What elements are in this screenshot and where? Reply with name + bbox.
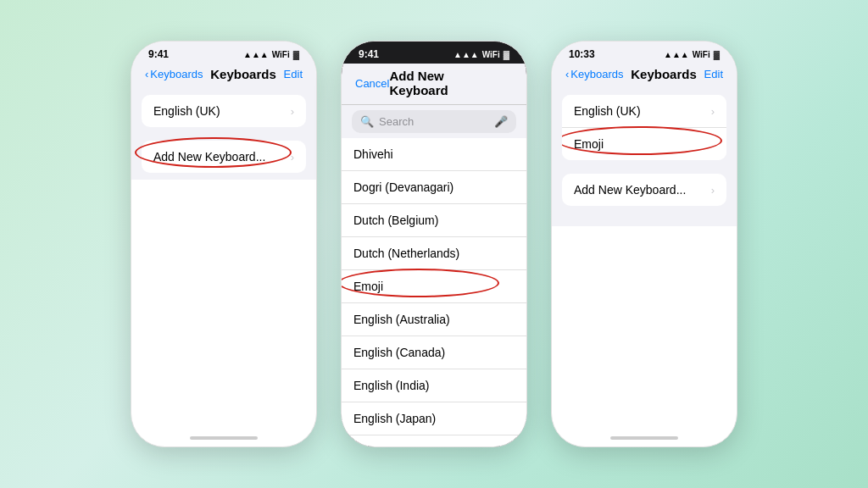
phone2-keyboard-list: Dhivehi Dogri (Devanagari) Dutch (Belgiu… xyxy=(342,138,526,447)
phone3-content: English (UK) › Emoji Add New Keyboard...… xyxy=(552,88,737,226)
chevron-icon: › xyxy=(291,105,294,118)
phone2-nav-bar: Cancel Add New Keyboard xyxy=(342,64,526,105)
signal-icon: ▲▲▲ xyxy=(453,50,479,59)
phone3-back-button[interactable]: ‹ Keyboards xyxy=(565,68,624,80)
phone1-add-section-box: Add New Keyboard... › xyxy=(142,141,306,173)
phone3-nav-title: Keyboards xyxy=(631,67,697,81)
phone2-time: 9:41 xyxy=(359,48,379,60)
search-icon: 🔍 xyxy=(360,115,374,128)
wifi-icon: WiFi xyxy=(272,50,290,59)
list-item[interactable]: Dhivehi xyxy=(342,138,526,171)
phone3-home-indicator xyxy=(610,436,678,440)
add-chevron-icon: › xyxy=(291,151,294,164)
phone2-nav-title: Add New Keyboard xyxy=(389,69,485,97)
phone3-status-bar: 10:33 ▲▲▲ WiFi ▓ xyxy=(552,42,737,64)
phone-1: 9:41 ▲▲▲ WiFi ▓ ‹ Keyboards Keyboards Ed… xyxy=(131,41,317,447)
signal-icon: ▲▲▲ xyxy=(664,50,689,59)
signal-icon: ▲▲▲ xyxy=(243,50,269,59)
mic-icon: 🎤 xyxy=(494,115,508,128)
phone1-keyboard-list: English (UK) › xyxy=(142,95,306,127)
list-item[interactable]: Dutch (Belgium) xyxy=(342,204,526,237)
battery-icon: ▓ xyxy=(293,50,299,59)
list-item[interactable]: English (India) xyxy=(342,369,526,402)
phone3-english-uk-item[interactable]: English (UK) › xyxy=(562,95,726,128)
phone1-add-keyboard-button[interactable]: Add New Keyboard... › xyxy=(142,141,306,173)
phone3-status-icons: ▲▲▲ WiFi ▓ xyxy=(664,50,720,59)
phone-2: 9:41 ▲▲▲ WiFi ▓ Cancel Add New Keyboard … xyxy=(341,41,527,447)
phones-container: 9:41 ▲▲▲ WiFi ▓ ‹ Keyboards Keyboards Ed… xyxy=(131,41,737,447)
list-item[interactable]: English (Canada) xyxy=(342,336,526,369)
phone1-time: 9:41 xyxy=(148,48,169,60)
phone1-content: English (UK) › Add New Keyboard... › xyxy=(131,88,316,180)
list-item[interactable]: Dogri (Devanagari) xyxy=(342,171,526,204)
chevron-icon: › xyxy=(711,105,715,118)
phone2-status-icons: ▲▲▲ WiFi ▓ xyxy=(453,50,509,59)
phone1-english-uk-item[interactable]: English (UK) › xyxy=(142,95,306,127)
add-chevron-icon: › xyxy=(711,184,715,197)
list-item[interactable]: Dutch (Netherlands) xyxy=(342,237,526,270)
list-item[interactable]: English (Japan) xyxy=(342,402,526,435)
phone1-nav-bar: ‹ Keyboards Keyboards Edit xyxy=(131,64,316,88)
phone1-edit-button[interactable]: Edit xyxy=(284,68,303,80)
wifi-icon: WiFi xyxy=(693,50,710,59)
phone1-status-bar: 9:41 ▲▲▲ WiFi ▓ xyxy=(131,42,316,64)
phone2-emoji-item[interactable]: Emoji xyxy=(342,270,526,303)
phone1-status-icons: ▲▲▲ WiFi ▓ xyxy=(243,50,299,59)
phone1-back-button[interactable]: ‹ Keyboards xyxy=(145,68,203,80)
wifi-icon: WiFi xyxy=(482,50,500,59)
phone2-status-bar: 9:41 ▲▲▲ WiFi ▓ xyxy=(342,42,526,64)
phone-3: 10:33 ▲▲▲ WiFi ▓ ‹ Keyboards Keyboards E… xyxy=(551,41,737,447)
phone3-edit-button[interactable]: Edit xyxy=(704,68,723,80)
phone2-cancel-button[interactable]: Cancel xyxy=(355,77,389,90)
phone3-add-keyboard-section: Add New Keyboard... › xyxy=(562,174,726,206)
phone3-keyboard-list: English (UK) › Emoji xyxy=(562,95,726,160)
phone1-nav-title: Keyboards xyxy=(210,67,276,81)
phone2-home-indicator xyxy=(400,436,468,440)
phone3-emoji-item[interactable]: Emoji xyxy=(562,128,726,160)
battery-icon: ▓ xyxy=(714,50,720,59)
phone2-search-placeholder: Search xyxy=(379,115,489,128)
phone3-nav-bar: ‹ Keyboards Keyboards Edit xyxy=(552,64,737,88)
battery-icon: ▓ xyxy=(504,50,509,59)
phone2-content: 🔍 Search 🎤 Dhivehi Dogri (Devanagari) Du… xyxy=(342,105,526,447)
phone1-home-indicator xyxy=(190,436,258,440)
phone2-search-bar[interactable]: 🔍 Search 🎤 xyxy=(352,110,516,133)
phone1-add-keyboard-section: Add New Keyboard... › xyxy=(142,141,306,173)
phone3-time: 10:33 xyxy=(569,48,595,60)
list-item[interactable]: English (Australia) xyxy=(342,303,526,336)
phone3-add-keyboard-button[interactable]: Add New Keyboard... › xyxy=(562,174,726,206)
